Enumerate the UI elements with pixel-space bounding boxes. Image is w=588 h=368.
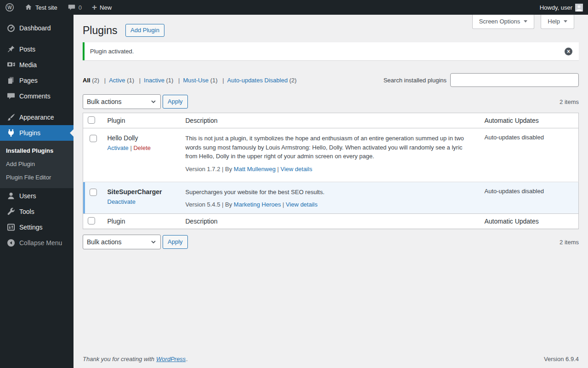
filter-inactive: Inactive (1) |: [144, 77, 183, 84]
settings-icon: [6, 223, 16, 232]
view-details-link[interactable]: View details: [281, 166, 312, 172]
add-plugin-button[interactable]: Add Plugin: [125, 24, 164, 37]
separator: |: [283, 201, 284, 208]
avatar: [575, 4, 583, 12]
sidebar-item-appearance[interactable]: Appearance: [0, 109, 74, 125]
footer-thanks-text: Thank you for creating with: [83, 356, 154, 362]
page-title: Plugins: [83, 24, 117, 37]
chevron-down-icon: [150, 239, 157, 245]
apply-button[interactable]: Apply: [163, 235, 188, 249]
sidebar-item-tools[interactable]: Tools: [0, 204, 74, 219]
main-content: Screen Options Help Plugins Add Plugin P…: [74, 15, 588, 368]
notice-message: Plugin activated.: [90, 48, 559, 55]
submenu-plugin-file-editor[interactable]: Plugin File Editor: [0, 171, 74, 184]
separator: |: [222, 166, 223, 172]
sidebar-item-collapse-menu[interactable]: Collapse Menu: [0, 235, 74, 251]
footer-version: Version 6.9.4: [544, 356, 579, 362]
sidebar-item-label: Appearance: [19, 114, 54, 121]
author-link[interactable]: Matt Mullenweg: [234, 166, 276, 172]
column-plugin: Plugin: [103, 214, 181, 229]
submenu-installed-plugins[interactable]: Installed Plugins: [0, 144, 74, 157]
activate-link[interactable]: Activate: [107, 144, 129, 151]
help-button[interactable]: Help: [541, 15, 574, 29]
sidebar-item-comments[interactable]: Comments: [0, 88, 74, 104]
sidebar-item-media[interactable]: Media: [0, 57, 74, 73]
sidebar-item-label: Media: [19, 61, 37, 69]
site-name-label: Test site: [35, 4, 57, 11]
sidebar-item-dashboard[interactable]: Dashboard: [0, 20, 74, 36]
submenu-add-plugin[interactable]: Add Plugin: [0, 157, 74, 171]
filter-all-link[interactable]: All: [83, 77, 90, 84]
plugin-version: Version 5.4.5: [186, 201, 220, 208]
admin-bar-comments[interactable]: 0: [62, 0, 87, 15]
separator: |: [222, 201, 223, 208]
footer-period: .: [186, 356, 188, 362]
filter-active: Active (1) |: [109, 77, 144, 84]
screen-options-label: Screen Options: [479, 18, 520, 25]
sidebar-item-settings[interactable]: Settings: [0, 219, 74, 235]
new-content-button[interactable]: + New: [87, 0, 117, 15]
chevron-down-icon: [564, 20, 567, 23]
close-icon: ×: [565, 47, 572, 55]
sidebar-item-posts[interactable]: Posts: [0, 41, 74, 57]
column-automatic-updates: Automatic Updates: [480, 113, 579, 128]
row-checkbox[interactable]: [90, 189, 97, 196]
plugin-description: Supercharges your website for the best S…: [186, 188, 466, 197]
auto-updates-status: Auto-updates disabled: [480, 182, 579, 214]
by-label: By: [225, 201, 232, 208]
filter-active-link[interactable]: Active: [109, 77, 125, 84]
tools-icon: [6, 207, 16, 216]
site-name-link[interactable]: Test site: [19, 0, 62, 15]
row-checkbox[interactable]: [90, 135, 97, 142]
table-footer-row: Plugin Description Automatic Updates: [83, 214, 579, 229]
auto-updates-status: Auto-updates disabled: [480, 128, 579, 182]
table-row-sitesupercharger: SiteSuperCharger Deactivate Supercharges…: [83, 182, 579, 214]
select-all-checkbox[interactable]: [88, 116, 95, 124]
filter-all: All (2) |: [83, 77, 109, 84]
sidebar-item-users[interactable]: Users: [0, 188, 74, 204]
separator: |: [277, 166, 279, 172]
plugin-description: This is not just a plugin, it symbolizes…: [186, 134, 466, 161]
sidebar-item-label: Users: [19, 192, 36, 200]
bulk-actions-value: Bulk actions: [87, 98, 121, 105]
howdy-label: Howdy, user: [540, 4, 572, 11]
sidebar-item-label: Pages: [19, 77, 38, 84]
separator: |: [139, 77, 141, 84]
view-details-link[interactable]: View details: [286, 201, 317, 208]
sidebar-item-plugins[interactable]: Plugins: [0, 125, 74, 141]
filter-auto-updates-disabled: Auto-updates Disabled (2): [227, 77, 297, 84]
column-plugin: Plugin: [103, 113, 181, 128]
wordpress-logo-button[interactable]: W: [0, 0, 19, 15]
filter-must-use-link[interactable]: Must-Use: [183, 77, 209, 84]
bulk-actions-select[interactable]: Bulk actions: [83, 94, 161, 109]
wordpress-link[interactable]: WordPress: [156, 356, 186, 362]
dismiss-notice-button[interactable]: ×: [563, 46, 574, 57]
column-description: Description: [181, 214, 480, 229]
separator: |: [130, 144, 131, 151]
pages-icon: [6, 76, 16, 85]
plugins-submenu: Installed Plugins Add Plugin Plugin File…: [0, 141, 74, 188]
apply-button[interactable]: Apply: [163, 95, 188, 109]
author-link[interactable]: Marketing Heroes: [234, 201, 281, 208]
sidebar: Dashboard Posts Media Pages Comments: [0, 15, 74, 368]
admin-footer: Thank you for creating withWordPress. Ve…: [83, 356, 579, 362]
select-all-checkbox[interactable]: [88, 217, 95, 224]
plugin-version: Version 1.7.2: [186, 166, 220, 172]
sidebar-item-label: Posts: [19, 46, 35, 53]
filter-inactive-link[interactable]: Inactive: [144, 77, 164, 84]
deactivate-link[interactable]: Deactivate: [107, 198, 136, 205]
screen-options-button[interactable]: Screen Options: [472, 15, 535, 29]
footer-thanks: Thank you for creating withWordPress.: [83, 356, 188, 362]
bulk-actions-select[interactable]: Bulk actions: [83, 235, 161, 249]
dashboard-icon: [6, 23, 16, 33]
search-label: Search installed plugins: [384, 77, 447, 84]
delete-link[interactable]: Delete: [133, 144, 151, 151]
filter-auto-updates-disabled-link[interactable]: Auto-updates Disabled: [227, 77, 288, 84]
bulk-actions-value: Bulk actions: [87, 238, 121, 246]
sidebar-item-pages[interactable]: Pages: [0, 73, 74, 88]
account-menu[interactable]: Howdy, user: [535, 0, 588, 15]
search-input[interactable]: [450, 73, 579, 87]
sidebar-item-label: Plugins: [19, 129, 40, 137]
appearance-icon: [6, 113, 16, 122]
sidebar-item-label: Comments: [19, 92, 51, 100]
